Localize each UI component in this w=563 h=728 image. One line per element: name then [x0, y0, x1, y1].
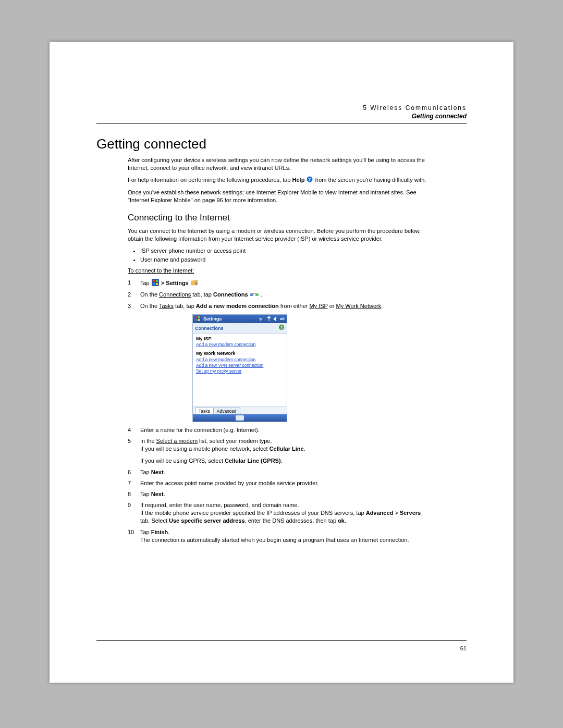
svg-rect-9: [255, 293, 259, 296]
connections-icon: [250, 291, 259, 300]
start-flag-icon: [195, 316, 201, 322]
window-body: My ISP Add a new modem connection My Wor…: [193, 334, 287, 406]
step-2: On the Connections tab, tap Connections …: [128, 291, 430, 299]
intro-p2: For help information on performing the f…: [128, 176, 430, 184]
section-title: Getting connected: [96, 136, 467, 152]
signal-icon: [259, 316, 264, 322]
svg-text:?: ?: [280, 325, 283, 330]
window-bar: Connections ?: [193, 323, 287, 334]
window-footer: [193, 414, 287, 422]
mywork-label: My Work Network: [196, 351, 235, 356]
window-titlebar: Settings ok: [193, 315, 287, 323]
speaker-icon: [274, 316, 278, 322]
svg-rect-12: [198, 316, 200, 318]
step-7: Enter the access point name provided by …: [128, 479, 430, 487]
body-column: After configuring your device's wireless…: [128, 156, 430, 544]
settings-window: Settings ok Connections ?: [192, 314, 287, 422]
svg-rect-11: [195, 316, 198, 318]
step-4: Enter a name for the connection (e.g. In…: [128, 426, 430, 434]
subsection-title: Connecting to the Internet: [128, 212, 430, 224]
intro-p3: Once you've establish these network sett…: [128, 189, 430, 204]
start-icon: [152, 279, 159, 288]
setup-proxy-link[interactable]: Set up my proxy server: [196, 368, 284, 374]
step-8: Tap Next.: [128, 490, 430, 498]
tab-advanced[interactable]: Advanced: [213, 408, 240, 414]
window-title: Settings: [203, 316, 222, 322]
titlebar-icons: ok: [259, 316, 285, 322]
tab-tasks[interactable]: Tasks: [195, 408, 214, 414]
settings-folder-icon: [191, 279, 198, 288]
chapter-header: 5 Wireless Communications: [96, 104, 467, 112]
help-icon[interactable]: ?: [278, 324, 285, 332]
add-vpn-link[interactable]: Add a new VPN server connection: [196, 363, 284, 368]
add-modem-link[interactable]: Add a new modem connection: [196, 342, 284, 348]
svg-text:?: ?: [309, 177, 312, 182]
procedure-title: To connect to the Internet:: [128, 267, 430, 275]
list-item: User name and password: [140, 256, 430, 264]
svg-rect-3: [153, 280, 155, 282]
requirements-list: ISP server phone number or access point …: [128, 247, 430, 264]
step-1: Tap > Settings .: [128, 279, 430, 288]
keyboard-icon[interactable]: [236, 415, 244, 421]
svg-rect-8: [250, 293, 253, 296]
step-9: If required, enter the user name, passwo…: [128, 501, 430, 525]
svg-point-7: [195, 282, 197, 285]
antenna-icon: [266, 316, 272, 322]
help-icon: ?: [307, 176, 313, 184]
svg-rect-14: [198, 319, 200, 321]
myisp-label: My ISP: [196, 336, 212, 341]
embedded-screenshot: Settings ok Connections ?: [192, 314, 430, 422]
chapter-subtitle: Getting connected: [96, 113, 467, 120]
step-10: Tap Finish. The connection is automatica…: [128, 528, 430, 544]
footer-rule: [96, 640, 467, 641]
step-5: In the Select a modem list, select your …: [128, 437, 430, 465]
svg-rect-4: [156, 280, 158, 282]
page-number: 61: [460, 645, 467, 651]
svg-rect-6: [156, 283, 158, 285]
header-rule: [96, 123, 467, 124]
svg-rect-13: [195, 319, 198, 321]
window-tabs: TasksAdvanced: [193, 406, 287, 414]
step-6: Tap Next.: [128, 468, 430, 476]
list-item: ISP server phone number or access point: [140, 247, 430, 255]
svg-rect-5: [153, 283, 155, 285]
subsection-intro: You can connect to the Internet by using…: [128, 227, 430, 243]
step-3: On the Tasks tab, tap Add a new modem co…: [128, 302, 430, 422]
procedure-steps: Tap > Settings . On the Connections tab,…: [128, 279, 430, 545]
add-modem-link[interactable]: Add a new modem connection: [196, 357, 284, 363]
intro-p1: After configuring your device's wireless…: [128, 156, 430, 172]
ok-button[interactable]: ok: [280, 316, 285, 322]
manual-page: 5 Wireless Communications Getting connec…: [50, 42, 513, 683]
